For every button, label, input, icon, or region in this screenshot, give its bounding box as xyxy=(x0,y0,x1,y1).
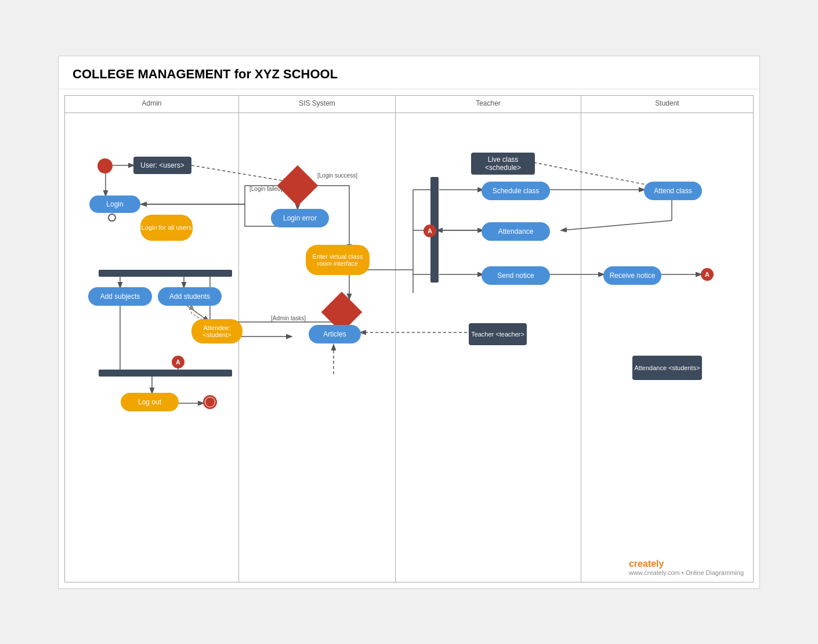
attendee-box: Attendee: <student> xyxy=(191,319,242,343)
a-connector-admin: A xyxy=(172,356,184,368)
attend-class: Attend class xyxy=(644,182,702,200)
send-notice: Send notice xyxy=(482,266,550,285)
a-connector-teacher: A xyxy=(424,225,436,237)
attendance-teacher: Attendance xyxy=(482,222,550,241)
attendance-students: Attendance <students> xyxy=(632,356,702,380)
diagram-area: Admin SIS System Teacher Student xyxy=(64,95,754,583)
join-bar-2 xyxy=(99,370,232,377)
lane-header-student: Student xyxy=(581,96,753,113)
page-container: COLLEGE MANAGEMENT for XYZ SCHOOL Admin … xyxy=(58,56,760,589)
login-box: Login xyxy=(89,196,140,213)
articles: Articles xyxy=(309,325,361,343)
creately-logo: creately www.creately.com • Online Diagr… xyxy=(629,559,744,576)
login-error: Login error xyxy=(271,209,329,227)
end-circle xyxy=(203,395,217,409)
live-class-box: Live class <schedule> xyxy=(471,153,535,175)
lane-header-teacher: Teacher xyxy=(396,96,581,113)
lane-sis xyxy=(239,113,396,583)
start-circle xyxy=(97,158,113,173)
a-connector-student: A xyxy=(701,268,714,281)
login-all-users: Login for all users xyxy=(140,215,193,241)
decision-1 xyxy=(283,171,312,200)
lane-admin xyxy=(65,113,239,583)
page-title: COLLEGE MANAGEMENT for XYZ SCHOOL xyxy=(59,56,759,89)
admin-tasks-label: [Admin tasks] xyxy=(271,315,306,321)
lane-header-sis: SIS System xyxy=(239,96,396,113)
receive-notice: Receive notice xyxy=(603,266,661,285)
schedule-class: Schedule class xyxy=(482,182,550,200)
creately-url: www.creately.com • Online Diagramming xyxy=(629,569,744,576)
lane-headers: Admin SIS System Teacher Student xyxy=(65,96,753,113)
enter-virtual: Enter virtual class room interface xyxy=(306,245,370,275)
add-subjects: Add subjects xyxy=(88,287,152,306)
creately-brand: creately xyxy=(629,559,664,569)
user-box: User: <users> xyxy=(133,157,191,174)
login-failed-label: [Login failed] xyxy=(249,186,283,192)
teacher-box: Teacher <teacher> xyxy=(469,323,527,345)
add-students: Add students xyxy=(158,287,222,306)
logout: Log out xyxy=(121,393,179,411)
interface-circle xyxy=(108,214,116,222)
login-success-label: [Login success] xyxy=(317,172,357,179)
lane-header-admin: Admin xyxy=(65,96,239,113)
fork-bar-1 xyxy=(99,270,232,277)
decision-2 xyxy=(327,298,356,327)
